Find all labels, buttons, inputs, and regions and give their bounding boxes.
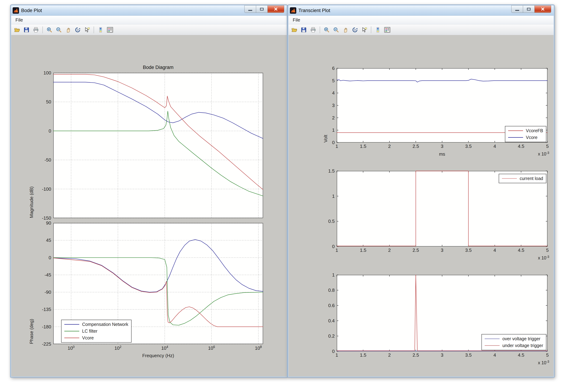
x-tick-label: 2.5 xyxy=(402,143,429,149)
maximize-button[interactable] xyxy=(256,5,268,13)
print-button[interactable] xyxy=(32,25,40,34)
x-tick-label: 106 xyxy=(198,345,225,351)
legend-line-sample xyxy=(485,345,500,346)
data-cursor-button[interactable] xyxy=(83,25,91,34)
y-axis-label: Magnitude (dB) xyxy=(29,73,34,218)
save-button[interactable] xyxy=(22,25,31,34)
close-icon xyxy=(541,7,544,11)
open-file-button[interactable] xyxy=(290,25,299,34)
maximize-icon xyxy=(260,8,264,11)
current-load-plot: 11.522.533.544.5500.511.5x 10-3current l… xyxy=(337,171,547,247)
close-button[interactable] xyxy=(535,5,551,13)
rotate-icon xyxy=(352,27,358,33)
legend-item: current load xyxy=(502,176,543,181)
x-tick-label: 3.5 xyxy=(455,143,482,149)
printer-icon xyxy=(310,27,316,33)
maximize-button[interactable] xyxy=(523,5,535,13)
x-tick-label: 1.5 xyxy=(350,248,376,253)
legend-line-sample xyxy=(508,130,523,131)
legend-label: LC filter xyxy=(82,329,97,334)
window-title: Bode Plot xyxy=(21,8,42,13)
legend: current load xyxy=(499,174,546,183)
voltage-trigger-plot: 11.522.533.544.5500.20.40.60.81x 10-3ove… xyxy=(337,275,547,351)
y-tick-label: 0 xyxy=(313,244,335,249)
x-tick-label: 4.5 xyxy=(508,352,535,358)
y-tick-label: 0.5 xyxy=(313,219,335,224)
x-tick-label: 4.5 xyxy=(508,248,535,253)
zoom-in-button[interactable] xyxy=(322,25,331,34)
window-controls xyxy=(511,5,551,13)
insert-legend-icon xyxy=(107,26,113,33)
legend-label: current load xyxy=(520,176,543,181)
file-menu[interactable]: File xyxy=(291,17,302,23)
print-button[interactable] xyxy=(309,25,318,34)
y-tick-label: 0 xyxy=(313,349,335,354)
open-file-button[interactable] xyxy=(13,25,21,34)
matlab-icon xyxy=(290,7,296,14)
x-tick-label: 1.5 xyxy=(350,143,376,149)
figure-toolbar xyxy=(288,24,554,35)
x-tick-label: 2.5 xyxy=(402,352,429,358)
close-button[interactable] xyxy=(268,5,284,13)
insert-legend-button[interactable] xyxy=(106,25,114,34)
legend-label: under voltage trigger xyxy=(502,343,543,348)
rotate-3d-button[interactable] xyxy=(73,25,82,34)
legend-item: LC filter xyxy=(64,329,128,334)
colorbar-button[interactable] xyxy=(96,25,105,34)
pan-button[interactable] xyxy=(64,25,73,34)
x-tick-label: 1.5 xyxy=(350,352,376,358)
floppy-icon xyxy=(301,27,307,33)
series-vcore xyxy=(53,74,263,190)
legend-label: VcoreFB xyxy=(526,128,543,133)
axis-exponent-label: x 10-3 xyxy=(517,255,549,261)
legend-label: Vcore xyxy=(82,335,94,340)
colorbar-icon xyxy=(98,27,104,33)
x-tick-label: 2 xyxy=(376,248,403,253)
x-tick-label: 100 xyxy=(58,345,84,351)
transcient-plot-window: Transcient Plot File 11.522.533.544.5501… xyxy=(287,5,555,377)
save-button[interactable] xyxy=(299,25,308,34)
title-bar[interactable]: Bode Plot xyxy=(11,5,287,16)
minimize-button[interactable] xyxy=(511,5,523,13)
menu-bar: File xyxy=(288,16,554,24)
title-bar[interactable]: Transcient Plot xyxy=(288,5,554,16)
y-tick-label: 1.5 xyxy=(313,168,335,174)
legend: VcoreFBVcore xyxy=(505,126,546,142)
x-tick-label: 3 xyxy=(429,248,456,253)
legend-line-sample xyxy=(64,324,79,325)
transcient-figure-canvas: 11.522.533.544.550123456msVoltx 10-3Vcor… xyxy=(288,35,554,376)
zoom-out-button[interactable] xyxy=(54,25,63,34)
colorbar-icon xyxy=(375,27,381,33)
colorbar-button[interactable] xyxy=(373,25,382,34)
legend-item: Vcore xyxy=(508,135,543,140)
x-tick-label: 4 xyxy=(482,352,508,358)
legend-item: Vcore xyxy=(64,335,128,340)
x-tick-label: 104 xyxy=(151,345,178,351)
zoom-out-icon xyxy=(56,27,62,33)
zoom-in-button[interactable] xyxy=(45,25,54,34)
legend-item: Compensation Network xyxy=(64,322,128,327)
x-tick-label: 5 xyxy=(534,352,561,358)
legend-item: VcoreFB xyxy=(508,128,543,133)
legend-label: over voltage trigger xyxy=(502,336,540,341)
y-tick-label: 0.6 xyxy=(313,303,335,308)
data-cursor-button[interactable] xyxy=(360,25,369,34)
bode-figure-canvas: 100500-50-100-150Bode DiagramMagnitude (… xyxy=(11,35,287,376)
minimize-button[interactable] xyxy=(244,5,256,13)
x-tick-label: 4 xyxy=(482,143,508,149)
x-tick-label: 3.5 xyxy=(455,352,482,358)
open-folder-icon xyxy=(14,27,20,33)
axis-exponent-label: x 10-3 xyxy=(517,360,549,365)
zoom-in-icon xyxy=(324,27,330,33)
file-menu[interactable]: File xyxy=(13,17,25,23)
minimize-icon xyxy=(515,10,519,11)
zoom-out-button[interactable] xyxy=(332,25,340,34)
rotate-3d-button[interactable] xyxy=(351,25,359,34)
hand-icon xyxy=(65,27,71,33)
bode-plot-window: Bode Plot File 100500-50-100-150Bode Dia… xyxy=(10,5,287,377)
y-tick-label: 0.2 xyxy=(313,333,335,339)
y-axis-label: Volt xyxy=(323,68,328,143)
printer-icon xyxy=(33,27,39,33)
pan-button[interactable] xyxy=(341,25,350,34)
insert-legend-button[interactable] xyxy=(383,25,392,34)
